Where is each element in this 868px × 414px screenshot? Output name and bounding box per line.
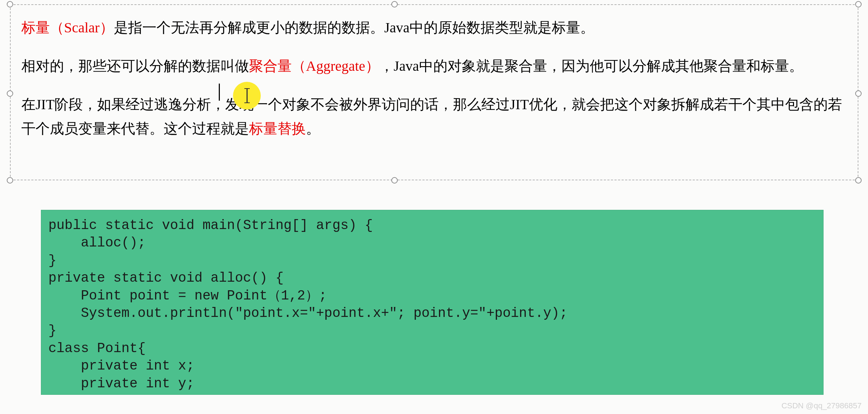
resize-handle-bottom-right[interactable] [855, 177, 862, 184]
code-block: public static void main(String[] args) {… [41, 210, 824, 395]
p2-text-2: ，Java中的对象就是聚合量，因为他可以分解成其他聚合量和标量。 [380, 58, 803, 74]
resize-handle-top-left[interactable] [7, 1, 13, 7]
paragraph-1: 标量（Scalar）是指一个无法再分解成更小的数据的数据。Java中的原始数据类… [21, 16, 851, 40]
ibeam-cursor-icon [247, 88, 248, 103]
resize-handle-bottom-center[interactable] [391, 177, 398, 184]
resize-handle-mid-left[interactable] [7, 90, 13, 97]
resize-handle-bottom-left[interactable] [7, 177, 13, 184]
scalar-term: 标量（Scalar） [21, 20, 114, 36]
cursor-highlight-icon [233, 82, 261, 110]
p3-text-2: 。 [306, 121, 320, 137]
text-selection-box[interactable]: 标量（Scalar）是指一个无法再分解成更小的数据的数据。Java中的原始数据类… [10, 4, 858, 180]
resize-handle-mid-right[interactable] [855, 90, 862, 97]
watermark-text: CSDN @qq_27986857 [782, 401, 862, 410]
paragraph-3: 在JIT阶段，如果经过逃逸分析，发现一个对象不会被外界访问的话，那么经过JIT优… [21, 92, 851, 141]
p1-text: 是指一个无法再分解成更小的数据的数据。Java中的原始数据类型就是标量。 [114, 20, 594, 36]
text-caret [219, 84, 220, 101]
scalar-replacement-term: 标量替换 [249, 121, 306, 137]
p2-text-1: 相对的，那些还可以分解的数据叫做 [21, 58, 249, 74]
p3-text-1: 在JIT阶段，如果经过逃逸分析，发现一个对象不会被外界访问的话，那么经过JIT优… [21, 96, 842, 137]
aggregate-term: 聚合量（Aggregate） [249, 58, 380, 74]
resize-handle-top-center[interactable] [391, 1, 398, 7]
resize-handle-top-right[interactable] [855, 1, 862, 7]
paragraph-2: 相对的，那些还可以分解的数据叫做聚合量（Aggregate），Java中的对象就… [21, 54, 851, 78]
